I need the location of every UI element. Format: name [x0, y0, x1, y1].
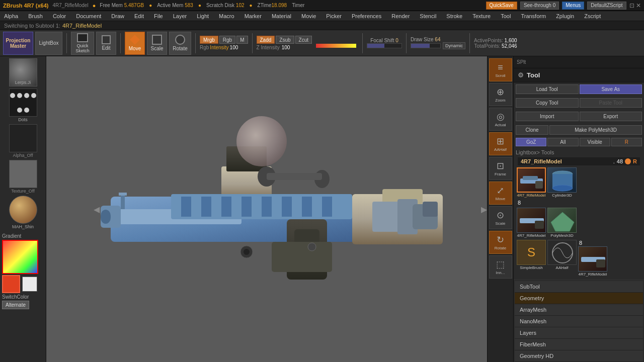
right-edge-arrow[interactable]: ▶	[481, 205, 487, 214]
menu-tool[interactable]: Tool	[499, 12, 513, 20]
import-btn[interactable]: Import	[516, 112, 579, 121]
dynamic-btn[interactable]: Dynamic	[443, 42, 465, 49]
tool-preview-simple[interactable]: S SimpleBrush	[517, 240, 546, 270]
export-btn[interactable]: Export	[580, 112, 642, 121]
move-icon-btn[interactable]: ⤢ Move	[489, 182, 512, 205]
clone-btn[interactable]: Clone	[516, 125, 548, 135]
menu-marker[interactable]: Marker	[243, 12, 264, 20]
see-through-button[interactable]: See-through 0	[520, 2, 559, 10]
mrgb-btn[interactable]: Mrgb	[200, 36, 218, 44]
menu-picker[interactable]: Picker	[324, 12, 344, 20]
default-script-button[interactable]: DefaultZScript	[587, 2, 626, 10]
paste-tool-btn[interactable]: Paste Tool	[580, 98, 642, 108]
menu-file[interactable]: File	[152, 12, 165, 20]
zadd-btn[interactable]: Zadd	[257, 36, 275, 44]
frame-icon-btn[interactable]: ⊡ Frame	[489, 157, 512, 180]
make-polymesh-btn[interactable]: Make PolyMesh3D	[549, 125, 642, 135]
tool-preview-rifle[interactable]: 4R7_RifleModel	[517, 167, 546, 198]
tool-preview-cylinder[interactable]: Cylinder3D	[547, 167, 577, 198]
alpha-off-label: Alpha_Off	[13, 153, 33, 158]
aahalf-icon-btn[interactable]: ⊞ AAHalf	[489, 132, 512, 155]
quick-sketch-btn[interactable]: Quick Sketch	[71, 32, 94, 55]
menu-light[interactable]: Light	[195, 12, 211, 20]
section-geometry[interactable]: Geometry	[515, 293, 643, 304]
section-layers[interactable]: Layers	[515, 327, 643, 339]
menu-render[interactable]: Render	[389, 12, 412, 20]
menu-preferences[interactable]: Preferences	[350, 12, 383, 20]
zoom-icon-btn[interactable]: ⊕ Zoom	[489, 83, 512, 106]
svg-point-28	[244, 249, 250, 255]
svg-point-29	[308, 243, 316, 251]
menu-edit[interactable]: Edit	[132, 12, 146, 20]
texture-preview[interactable]	[9, 160, 37, 188]
rifle3-mini-svg	[579, 247, 608, 272]
rgb-btn[interactable]: Rgb	[219, 36, 235, 44]
r-btn[interactable]: R	[611, 138, 642, 146]
menu-alpha[interactable]: Alpha	[2, 12, 20, 20]
projection-master-btn[interactable]: Projection Master	[3, 32, 33, 55]
actual-icon-btn[interactable]: ◎ Actual	[489, 108, 512, 131]
quicksave-button[interactable]: QuickSave	[486, 2, 517, 10]
menu-document[interactable]: Document	[74, 12, 103, 20]
canvas-area[interactable]: ◀	[46, 56, 487, 362]
foreground-color[interactable]	[2, 275, 20, 293]
svg-rect-13	[262, 197, 272, 217]
lightbox-btn[interactable]: LightBox	[35, 32, 62, 55]
copy-tool-btn[interactable]: Copy Tool	[516, 98, 579, 108]
dot-3	[24, 93, 29, 98]
menu-color[interactable]: Color	[51, 12, 68, 20]
alpha-preview[interactable]: Lerps.Ji	[9, 58, 37, 86]
rotate-icon-btn[interactable]: ↻ Rotate	[489, 231, 512, 254]
window-controls[interactable]: ⊡ ✕	[629, 2, 641, 9]
current-tool-indicator	[625, 158, 631, 164]
rifle3-preview-img[interactable]	[578, 246, 607, 272]
save-as-btn[interactable]: Save As	[580, 84, 642, 94]
menu-zscript[interactable]: Zscript	[582, 12, 603, 20]
menu-movie[interactable]: Movie	[299, 12, 318, 20]
menu-macro[interactable]: Macro	[217, 12, 236, 20]
load-tool-btn[interactable]: Load Tool	[516, 84, 579, 94]
menu-brush[interactable]: Brush	[26, 12, 45, 20]
section-subtool[interactable]: SubTool	[515, 281, 643, 293]
all-btn[interactable]: All	[547, 138, 578, 146]
section-arraymesh[interactable]: ArrayMesh	[515, 304, 643, 316]
tool-panel[interactable]: ⚙ Tool Load Tool Save As Copy Tool Paste…	[514, 68, 644, 362]
goz-btn[interactable]: GoZ	[516, 138, 546, 146]
menu-zplugin[interactable]: Zplugin	[554, 12, 576, 20]
scale-icon-btn[interactable]: ⊙ Scale	[489, 206, 512, 229]
menu-texture[interactable]: Texture	[470, 12, 493, 20]
material-preview[interactable]	[9, 196, 37, 224]
tool-preview-rifle2[interactable]: 4R7_RifleModel	[517, 208, 546, 238]
simple-preview-img: S	[517, 240, 546, 265]
dots-preview[interactable]	[9, 88, 37, 117]
edit-btn[interactable]: Edit	[96, 32, 116, 55]
m-btn[interactable]: M	[236, 36, 248, 44]
scroll-icon-btn[interactable]: ≡ Scroll	[489, 58, 512, 81]
draw-size-slider[interactable]	[411, 43, 441, 48]
tool-preview-poly[interactable]: PolyMesh3D	[547, 208, 577, 238]
tool-preview-aahalf[interactable]: AAHalf	[547, 240, 577, 270]
menus-button[interactable]: Menus	[562, 2, 584, 10]
section-fibermesh[interactable]: FiberMesh	[515, 339, 643, 350]
background-color[interactable]	[22, 277, 37, 292]
inn-icon-btn[interactable]: ⬚ Inn...	[489, 255, 512, 279]
menu-stroke[interactable]: Stroke	[444, 12, 464, 20]
rotate-btn[interactable]: Rotate	[169, 32, 191, 55]
alpha-off-preview[interactable]	[9, 124, 37, 152]
z-slider-bar[interactable]	[316, 44, 356, 48]
menu-draw[interactable]: Draw	[109, 12, 126, 20]
move-btn[interactable]: Move	[125, 32, 145, 55]
alternate-btn[interactable]: Alternate	[2, 301, 29, 309]
section-geometry-hd[interactable]: Geometry HD	[515, 350, 643, 362]
menu-layer[interactable]: Layer	[171, 12, 189, 20]
focal-slider[interactable]	[367, 43, 402, 48]
zsub-btn[interactable]: Zsub	[276, 36, 294, 44]
zcut-btn[interactable]: Zcut	[295, 36, 312, 44]
menu-transform[interactable]: Transform	[519, 12, 548, 20]
section-nanomesh[interactable]: NanoMesh	[515, 316, 643, 327]
color-swatch[interactable]	[2, 240, 38, 274]
menu-stencil[interactable]: Stencil	[418, 12, 438, 20]
menu-material[interactable]: Material	[270, 12, 293, 20]
visible-btn[interactable]: Visible	[580, 138, 610, 146]
scale-btn[interactable]: Scale	[147, 32, 167, 55]
